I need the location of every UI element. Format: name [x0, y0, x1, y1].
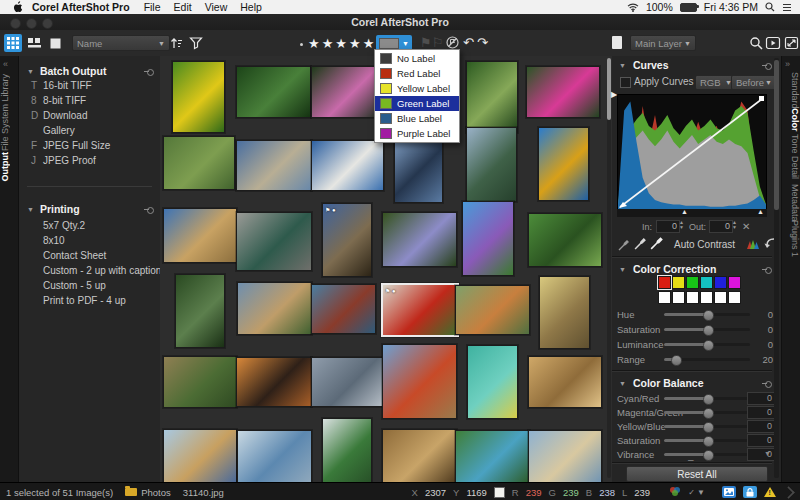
menubar-menu-edit[interactable]: Edit	[174, 1, 192, 13]
grid-scrollbar[interactable]	[607, 58, 611, 478]
layer-dropdown[interactable]: Main Layer▼	[630, 35, 696, 51]
batch-item[interactable]: 8x10	[19, 233, 160, 247]
thumbnail-kayaks[interactable]	[467, 345, 518, 419]
sort-order-button[interactable]	[167, 34, 185, 52]
collapse-triangle-icon[interactable]: ▼	[27, 206, 34, 213]
collapse-triangle-icon[interactable]: ▼	[619, 380, 626, 387]
thumbnail-pink-flower[interactable]	[311, 66, 383, 118]
apply-curves-checkbox[interactable]	[620, 77, 631, 88]
thumbnail-red-chair[interactable]: ⚑ ●	[381, 283, 459, 337]
spotlight-icon[interactable]	[765, 2, 775, 12]
close-window-button[interactable]	[10, 18, 21, 29]
thumbnail-golden-pagoda[interactable]	[538, 127, 589, 201]
thumbnail-bluebell-forest[interactable]	[382, 212, 457, 267]
filmstrip-view-button[interactable]	[25, 34, 43, 52]
filter-button[interactable]	[187, 34, 205, 52]
slider-thumb[interactable]	[703, 310, 714, 321]
slider-thumb[interactable]	[703, 340, 714, 351]
slider-thumb[interactable]	[703, 450, 714, 461]
thumbnail-step-pyramid[interactable]	[163, 208, 237, 263]
slider-thumb[interactable]	[703, 325, 714, 336]
panel-tab-metadata[interactable]: Metadata	[782, 184, 800, 222]
label-menu-item-yellow-label[interactable]: Yellow Label	[375, 81, 459, 96]
thumbnail-tunnel-water[interactable]	[382, 429, 457, 482]
out-stepper[interactable]: ▲▼	[731, 220, 738, 230]
thumbnail-mosque-sunset[interactable]	[236, 357, 312, 407]
out-value[interactable]: 0	[709, 220, 733, 233]
thumbnail-beach-city[interactable]	[528, 430, 602, 482]
star-icon[interactable]: ★	[335, 36, 349, 51]
batch-item[interactable]: Custom - 2 up with captions	[19, 263, 160, 277]
thumbnail-stone-bridge[interactable]	[237, 282, 312, 335]
thumbnail-ponte-vecchio[interactable]	[163, 429, 237, 482]
rgb-histogram-icon[interactable]	[747, 238, 760, 251]
cc-target-swatch[interactable]	[728, 291, 741, 304]
star-icon[interactable]: ★	[322, 36, 336, 51]
midpoint-slider[interactable]: ▲	[681, 208, 688, 215]
profile-dropdown[interactable]: ✓ ▼	[688, 488, 705, 497]
undo-button[interactable]: ↶	[463, 35, 474, 51]
pin-icon[interactable]	[144, 68, 154, 75]
slider-track[interactable]	[664, 358, 750, 361]
label-menu-item-purple-label[interactable]: Purple Label	[375, 126, 459, 141]
menubar-clock[interactable]: Fri 4:36 PM	[704, 1, 758, 13]
star-icon[interactable]: ★	[308, 36, 322, 51]
batch-item[interactable]: DDownload	[19, 108, 160, 122]
batch-item[interactable]: T16-bit TIFF	[19, 78, 160, 92]
sidebar-tab-file-system[interactable]: File System	[0, 104, 18, 151]
thumbnail-chateau[interactable]: ⚑ ●	[322, 203, 372, 277]
collapse-left-icon[interactable]: «	[3, 59, 8, 69]
thumbnail-street-scene[interactable]	[539, 276, 590, 349]
cc-color-swatch[interactable]	[700, 276, 713, 289]
label-menu-item-green-label[interactable]: Green Label	[375, 96, 459, 111]
thumbnail-camel-pyramids[interactable]	[528, 356, 602, 408]
slider-track[interactable]	[664, 328, 750, 331]
thumbnail-beached-boats[interactable]	[237, 430, 312, 482]
batch-item[interactable]: FJPEG Full Size	[19, 138, 160, 152]
slider-thumb[interactable]	[671, 355, 682, 366]
cc-color-swatch[interactable]	[714, 276, 727, 289]
slider-thumb[interactable]	[703, 436, 714, 447]
pin-icon[interactable]	[144, 206, 154, 213]
collapse-triangle-icon[interactable]: ▼	[27, 68, 34, 75]
slider-track[interactable]	[664, 411, 750, 414]
sort-by-dropdown[interactable]: Name▼	[72, 35, 170, 51]
clear-rating-dot[interactable]	[300, 43, 303, 46]
panel-tab-plugins-1[interactable]: Plugins 1	[782, 220, 800, 257]
panel-tab-detail[interactable]: Detail	[782, 156, 800, 179]
sidebar-tab-library[interactable]: Library	[0, 74, 18, 102]
fullscreen-button[interactable]	[782, 34, 800, 52]
lock-toggle[interactable]	[743, 486, 757, 498]
slider-track[interactable]	[664, 453, 750, 456]
slider-track[interactable]	[664, 425, 750, 428]
batch-item[interactable]: 88-bit TIFF	[19, 93, 160, 107]
cc-color-swatch[interactable]	[672, 276, 685, 289]
batch-item[interactable]: Print to PDF - 4 up	[19, 293, 160, 307]
slideshow-button[interactable]	[764, 34, 782, 52]
thumbnail-golden-gate[interactable]	[382, 344, 457, 419]
cc-target-swatch[interactable]	[658, 291, 671, 304]
before-after-dropdown[interactable]: Before▼	[731, 75, 777, 90]
sidebar-tab-output[interactable]: Output	[0, 152, 18, 182]
cc-target-swatch[interactable]	[672, 291, 685, 304]
thumbnail-city-aerial[interactable]	[311, 357, 385, 407]
reset-all-button[interactable]: Reset All	[626, 466, 768, 482]
thumbnail-windmills[interactable]	[311, 140, 384, 191]
pin-icon[interactable]	[762, 266, 772, 273]
panel-scrollbar[interactable]	[774, 58, 779, 478]
slider-track[interactable]	[664, 397, 750, 400]
cc-target-swatch[interactable]	[714, 291, 727, 304]
slider-track[interactable]	[664, 313, 750, 316]
thumbnail-gondola[interactable]	[311, 284, 376, 334]
warning-icon[interactable]	[764, 487, 776, 497]
slider-thumb[interactable]	[703, 394, 714, 405]
star-rating[interactable]: ★★★★★	[308, 36, 376, 51]
pin-icon[interactable]	[762, 380, 772, 387]
cc-color-swatch[interactable]	[658, 276, 671, 289]
thumbnail-jungle-bridge[interactable]	[455, 430, 530, 482]
redo-button[interactable]: ↷	[477, 35, 488, 51]
thumbnail-green-plant[interactable]	[466, 61, 518, 133]
panel-tab-standard[interactable]: Standard	[782, 72, 800, 109]
image-view-toggle[interactable]	[722, 486, 736, 498]
slider-track[interactable]	[664, 343, 750, 346]
